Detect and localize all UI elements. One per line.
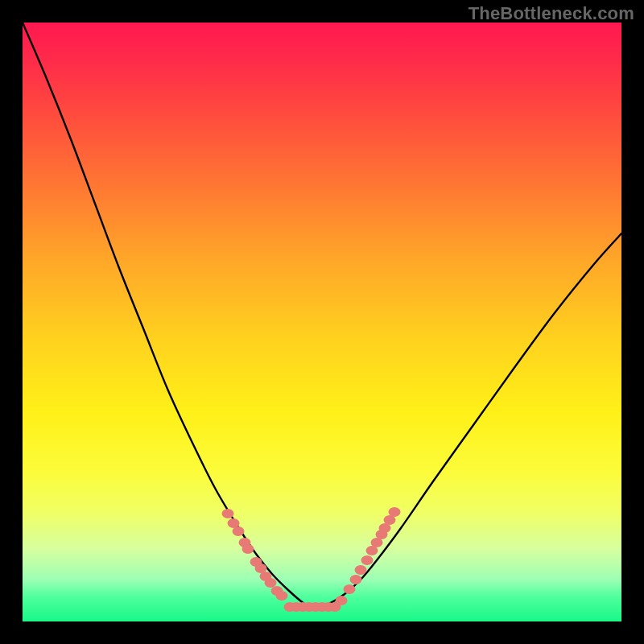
marker-dot [222,509,234,518]
marker-dot [355,565,367,575]
plot-area [23,23,621,621]
curve-svg [23,23,621,621]
chart-frame: TheBottleneck.com [0,0,644,644]
watermark-text: TheBottleneck.com [469,3,634,24]
marker-dot [233,526,245,536]
marker-dot [336,596,348,605]
marker-dot [265,578,277,588]
marker-dot [276,591,288,601]
marker-dot [344,584,356,594]
marker-dot [350,575,362,584]
highlight-dots [222,507,401,612]
marker-dot [242,544,254,554]
marker-dot [389,507,401,517]
valley-curve [23,23,621,607]
marker-dot [361,555,374,565]
